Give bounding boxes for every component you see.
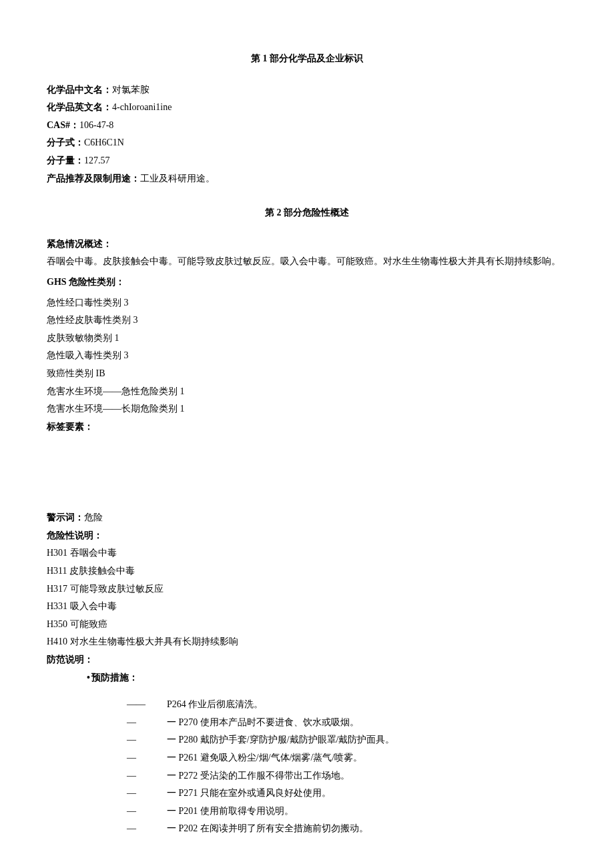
- hazard-item: H301 吞咽会中毒: [47, 544, 567, 562]
- precaution-item: — 一 P261 避免吸入粉尘/烟/气体/烟雾/蒸气/喷雾。: [127, 749, 567, 767]
- section-2: 第 2 部分危险性概述 紧急情况概述： 吞咽会中毒。皮肤接触会中毒。可能导致皮肤…: [47, 204, 567, 838]
- text-emergency: 吞咽会中毒。皮肤接触会中毒。可能导致皮肤过敏反应。吸入会中毒。可能致癌。对水生生…: [47, 253, 567, 271]
- row-cas: CAS#：106-47-8: [47, 117, 567, 135]
- section-1: 第 1 部分化学品及企业标识 化学品中文名：对氯苯胺 化学品英文名：4-chIo…: [47, 50, 567, 187]
- label-english-name: 化学品英文名：: [47, 102, 112, 112]
- dash-lead: ——: [127, 696, 167, 714]
- hazard-item: H317 可能导致皮肤过敏反应: [47, 580, 567, 598]
- ghs-item: 危害水生环境——急性危险类别 1: [47, 383, 567, 401]
- label-elements: 标签要素：: [47, 418, 567, 436]
- value-english-name: 4-chIoroani1ine: [112, 102, 172, 112]
- precaution-text: 一 P201 使用前取得专用说明。: [167, 803, 294, 821]
- section-2-title: 第 2 部分危险性概述: [47, 204, 567, 222]
- value-usage: 工业及科研用途。: [140, 173, 215, 183]
- precaution-text: P264 作业后彻底清洗。: [167, 696, 263, 714]
- label-formula: 分子式：: [47, 137, 84, 147]
- value-formula: C6H6C1N: [84, 137, 124, 147]
- row-english-name: 化学品英文名：4-chIoroani1ine: [47, 99, 567, 117]
- label-prevent: 预防措施：: [47, 669, 567, 687]
- label-emergency: 紧急情况概述：: [47, 236, 567, 254]
- row-chinese-name: 化学品中文名：对氯苯胺: [47, 81, 567, 99]
- dash-lead: —: [127, 820, 167, 838]
- value-cas: 106-47-8: [79, 120, 113, 130]
- value-weight: 127.57: [84, 155, 110, 165]
- precaution-item: — 一 P202 在阅读并明了所有安全措施前切勿搬动。: [127, 820, 567, 838]
- dash-lead: —: [127, 785, 167, 803]
- ghs-item: 急性经皮肤毒性类别 3: [47, 312, 567, 330]
- ghs-item: 致癌性类别 IB: [47, 365, 567, 383]
- dash-lead: —: [127, 749, 167, 767]
- precaution-item: — 一 P201 使用前取得专用说明。: [127, 803, 567, 821]
- ghs-list: 急性经口毒性类别 3 急性经皮肤毒性类别 3 皮肤致敏物类别 1 急性吸入毒性类…: [47, 294, 567, 418]
- precaution-item: — 一 P272 受沾染的工作服不得带出工作场地。: [127, 767, 567, 785]
- dash-lead: —: [127, 731, 167, 749]
- pictogram-placeholder: [47, 436, 567, 509]
- ghs-item: 急性吸入毒性类别 3: [47, 347, 567, 365]
- hazard-item: H311 皮肤接触会中毒: [47, 562, 567, 580]
- label-ghs: GHS 危险性类别：: [47, 274, 567, 292]
- row-formula: 分子式：C6H6C1N: [47, 134, 567, 152]
- row-signal-word: 警示词：危险: [47, 509, 567, 527]
- hazard-list: H301 吞咽会中毒 H311 皮肤接触会中毒 H317 可能导致皮肤过敏反应 …: [47, 544, 567, 651]
- value-chinese-name: 对氯苯胺: [112, 85, 149, 95]
- row-weight: 分子量：127.57: [47, 152, 567, 170]
- precaution-list: —— P264 作业后彻底清洗。 — 一 P270 使用本产品时不要进食、饮水或…: [47, 696, 567, 838]
- precaution-item: — 一 P280 戴防护手套/穿防护服/戴防护眼罩/戴防护面具。: [127, 731, 567, 749]
- hazard-item: H350 可能致癌: [47, 616, 567, 634]
- dash-lead: —: [127, 803, 167, 821]
- precaution-item: —— P264 作业后彻底清洗。: [127, 696, 567, 714]
- precaution-text: 一 P271 只能在室外或通风良好处使用。: [167, 785, 331, 803]
- label-precautionary: 防范说明：: [47, 651, 567, 669]
- dash-lead: —: [127, 714, 167, 732]
- hazard-item: H410 对水生生物毒性极大并具有长期持续影响: [47, 633, 567, 651]
- ghs-item: 危害水生环境——长期危险类别 1: [47, 400, 567, 418]
- precaution-text: 一 P272 受沾染的工作服不得带出工作场地。: [167, 767, 350, 785]
- label-cas: CAS#：: [47, 120, 79, 130]
- precaution-text: 一 P280 戴防护手套/穿防护服/戴防护眼罩/戴防护面具。: [167, 731, 394, 749]
- label-prevent-text: 预防措施：: [91, 673, 138, 683]
- ghs-item: 皮肤致敏物类别 1: [47, 330, 567, 348]
- label-weight: 分子量：: [47, 155, 84, 165]
- label-usage: 产品推荐及限制用途：: [47, 173, 140, 183]
- label-signal-word: 警示词：: [47, 512, 84, 522]
- ghs-item: 急性经口毒性类别 3: [47, 294, 567, 312]
- dash-lead: —: [127, 767, 167, 785]
- precaution-text: 一 P270 使用本产品时不要进食、饮水或吸烟。: [167, 714, 359, 732]
- section-1-title: 第 1 部分化学品及企业标识: [47, 50, 567, 68]
- precaution-text: 一 P261 避免吸入粉尘/烟/气体/烟雾/蒸气/喷雾。: [167, 749, 362, 767]
- precaution-text: 一 P202 在阅读并明了所有安全措施前切勿搬动。: [167, 820, 368, 838]
- label-hazard-statements: 危险性说明：: [47, 527, 567, 545]
- label-chinese-name: 化学品中文名：: [47, 85, 112, 95]
- hazard-item: H331 吸入会中毒: [47, 598, 567, 616]
- value-signal-word: 危险: [84, 512, 103, 522]
- row-usage: 产品推荐及限制用途：工业及科研用途。: [47, 170, 567, 188]
- precaution-item: — 一 P271 只能在室外或通风良好处使用。: [127, 785, 567, 803]
- precaution-item: — 一 P270 使用本产品时不要进食、饮水或吸烟。: [127, 714, 567, 732]
